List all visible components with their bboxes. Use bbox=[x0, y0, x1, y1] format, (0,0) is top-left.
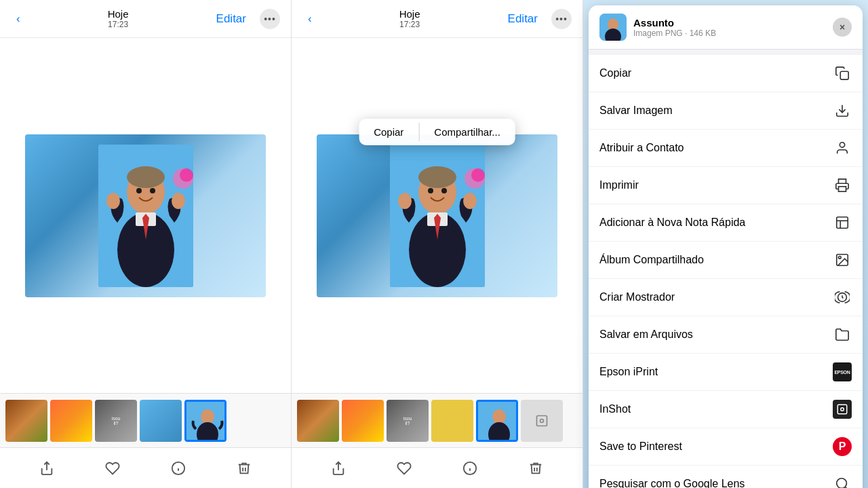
person-figure-middle bbox=[390, 145, 485, 287]
thumbnail-3[interactable]: isouli? bbox=[95, 400, 137, 442]
action-sheet-close-button[interactable]: × bbox=[833, 18, 852, 37]
svg-point-9 bbox=[150, 188, 155, 193]
mid-thumbnail-5-selected[interactable] bbox=[476, 400, 518, 442]
context-copy-button[interactable]: Copiar bbox=[359, 119, 418, 145]
action-sheet-subtitle: Imagem PNG · 146 KB bbox=[633, 29, 833, 38]
save-icon bbox=[833, 101, 852, 120]
svg-point-28 bbox=[441, 188, 447, 193]
action-epson-label: Epson iPrint bbox=[599, 366, 658, 378]
svg-point-35 bbox=[540, 419, 544, 422]
left-panel-header: ‹ Hoje 17:23 Editar ••• bbox=[0, 0, 291, 38]
svg-point-45 bbox=[840, 143, 844, 147]
action-assign-contact[interactable]: Atribuir a Contato bbox=[589, 130, 863, 167]
thumbnail-1[interactable] bbox=[5, 400, 47, 442]
thumbnail-5-selected[interactable] bbox=[184, 400, 226, 442]
svg-point-7 bbox=[172, 193, 185, 209]
action-save-files[interactable]: Salvar em Arquivos bbox=[589, 316, 863, 354]
svg-point-25 bbox=[398, 193, 412, 209]
middle-toolbar bbox=[292, 447, 583, 488]
action-assign-contact-label: Atribuir a Contato bbox=[599, 142, 684, 154]
svg-point-55 bbox=[837, 478, 847, 488]
svg-rect-43 bbox=[840, 71, 848, 79]
action-save-image[interactable]: Salvar Imagem bbox=[589, 92, 863, 130]
left-thumbnail-strip: isouli? bbox=[0, 393, 291, 447]
middle-image-area bbox=[292, 38, 583, 393]
middle-edit-button[interactable]: Editar bbox=[502, 10, 543, 29]
contact-icon bbox=[833, 138, 852, 157]
left-more-button[interactable]: ••• bbox=[260, 9, 280, 29]
svg-point-3 bbox=[127, 166, 165, 188]
action-copy[interactable]: Copiar bbox=[589, 55, 863, 92]
action-print[interactable]: Imprimir bbox=[589, 167, 863, 204]
inshot-icon bbox=[833, 400, 852, 419]
thumbnail-4[interactable] bbox=[140, 400, 182, 442]
middle-main-image bbox=[317, 134, 557, 297]
mid-thumbnail-4[interactable] bbox=[431, 400, 473, 442]
middle-share-button[interactable] bbox=[326, 455, 351, 481]
middle-like-button[interactable] bbox=[391, 455, 417, 481]
left-panel: ‹ Hoje 17:23 Editar ••• bbox=[0, 0, 292, 488]
action-sheet: Assunto Imagem PNG · 146 KB × Copiar Sal… bbox=[589, 5, 863, 488]
print-icon bbox=[833, 176, 852, 195]
svg-point-30 bbox=[471, 168, 485, 182]
middle-thumbnail-strip: isouli? bbox=[292, 393, 583, 447]
left-share-button[interactable] bbox=[34, 455, 60, 481]
action-avatar bbox=[599, 14, 627, 41]
svg-point-26 bbox=[463, 193, 477, 209]
left-header-time: 17:23 bbox=[108, 20, 129, 29]
action-copy-label: Copiar bbox=[599, 67, 631, 79]
action-print-label: Imprimir bbox=[599, 179, 639, 191]
mid-thumbnail-1[interactable] bbox=[297, 400, 339, 442]
mid-thumbnail-6[interactable] bbox=[521, 400, 563, 442]
search-icon bbox=[833, 474, 852, 488]
svg-rect-46 bbox=[839, 187, 846, 191]
middle-header-title: Hoje bbox=[399, 8, 420, 20]
action-epson[interactable]: Epson iPrint EPSON bbox=[589, 354, 863, 391]
action-google-lens-label: Pesquisar com o Google Lens bbox=[599, 478, 745, 488]
action-quick-note[interactable]: Adicionar à Nova Nota Rápida bbox=[589, 204, 863, 242]
left-toolbar bbox=[0, 447, 291, 488]
mid-thumbnail-2[interactable] bbox=[342, 400, 384, 442]
action-save-files-label: Salvar em Arquivos bbox=[599, 329, 693, 341]
action-shared-album-label: Álbum Compartilhado bbox=[599, 254, 704, 266]
epson-icon: EPSON bbox=[833, 362, 852, 381]
action-sheet-title: Assunto bbox=[633, 17, 833, 29]
action-pinterest[interactable]: Save to Pinterest P bbox=[589, 428, 863, 466]
thumbnail-2[interactable] bbox=[50, 400, 92, 442]
middle-delete-button[interactable] bbox=[523, 455, 549, 481]
svg-point-22 bbox=[418, 166, 456, 188]
action-watch-face-label: Criar Mostrador bbox=[599, 291, 675, 303]
action-watch-face[interactable]: Criar Mostrador bbox=[589, 279, 863, 316]
svg-point-54 bbox=[841, 408, 844, 411]
middle-header-center: Hoje 17:23 bbox=[399, 8, 420, 29]
action-pinterest-label: Save to Pinterest bbox=[599, 440, 682, 453]
pinterest-icon: P bbox=[833, 437, 852, 456]
svg-rect-47 bbox=[837, 217, 848, 229]
context-share-button[interactable]: Compartilhar... bbox=[419, 119, 515, 145]
left-header-center: Hoje 17:23 bbox=[108, 8, 129, 29]
left-delete-button[interactable] bbox=[231, 455, 257, 481]
mid-thumbnail-3[interactable]: isouli? bbox=[387, 400, 429, 442]
action-shared-album[interactable]: Álbum Compartilhado bbox=[589, 242, 863, 279]
action-google-lens[interactable]: Pesquisar com o Google Lens bbox=[589, 466, 863, 488]
album-icon bbox=[833, 250, 852, 269]
left-like-button[interactable] bbox=[100, 455, 125, 481]
middle-header-time: 17:23 bbox=[399, 20, 420, 29]
action-sheet-header: Assunto Imagem PNG · 146 KB × bbox=[589, 5, 863, 50]
copy-icon bbox=[833, 64, 852, 83]
action-inshot-label: InShot bbox=[599, 403, 631, 415]
middle-panel-header: ‹ Hoje 17:23 Editar ••• bbox=[292, 0, 583, 38]
middle-info-button[interactable] bbox=[457, 455, 483, 481]
svg-point-32 bbox=[492, 409, 506, 424]
middle-back-button[interactable]: ‹ bbox=[302, 10, 317, 29]
left-back-button[interactable]: ‹ bbox=[11, 10, 26, 29]
left-main-image bbox=[25, 134, 266, 297]
folder-icon bbox=[833, 325, 852, 344]
left-info-button[interactable] bbox=[165, 455, 191, 481]
middle-more-button[interactable]: ••• bbox=[551, 9, 572, 29]
svg-rect-53 bbox=[837, 405, 847, 414]
svg-point-6 bbox=[106, 193, 120, 209]
note-icon bbox=[833, 213, 852, 232]
action-inshot[interactable]: InShot bbox=[589, 391, 863, 428]
left-edit-button[interactable]: Editar bbox=[211, 10, 252, 29]
